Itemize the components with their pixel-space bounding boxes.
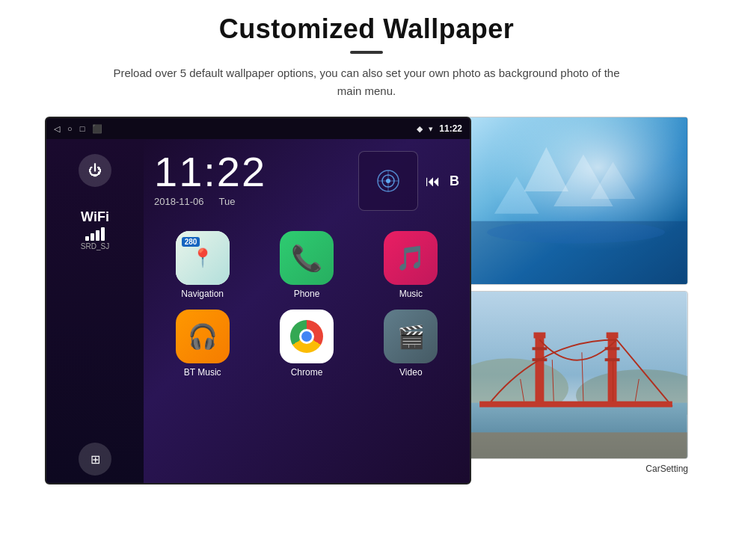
music-label: Music	[399, 289, 423, 299]
wifi-bar-1	[85, 236, 89, 241]
wallpaper-thumb-ice-wrapper	[464, 117, 688, 285]
screenshot-icon[interactable]: ⬛	[92, 124, 102, 134]
app-item-bt-music[interactable]: 🎧 BT Music	[154, 310, 251, 378]
clock-time: 11:22	[154, 151, 266, 193]
android-device: ◁ ○ □ ⬛ ◆ ▾ 11:22 ⏻	[45, 117, 471, 484]
music-icon-wrap: 🎵	[384, 231, 438, 285]
app-item-phone[interactable]: 📞 Phone	[258, 231, 355, 299]
svg-rect-21	[533, 347, 548, 350]
wallpaper-thumbs: CarSetting	[464, 117, 688, 474]
back-nav-icon[interactable]: ◁	[54, 124, 60, 134]
nav-badge: 280	[182, 237, 200, 247]
chrome-icon-wrap	[280, 310, 334, 363]
bridge-svg	[464, 292, 687, 458]
top-row: 11:22 2018-11-06 Tue	[154, 151, 459, 221]
bt-music-label: BT Music	[184, 367, 221, 378]
apps-grid-button[interactable]: ⊞	[79, 443, 111, 476]
wifi-status-icon: ▾	[429, 124, 433, 134]
wallpaper-thumb-ice[interactable]	[464, 117, 688, 285]
status-time: 11:22	[439, 123, 462, 134]
bt-icon: 🎧	[188, 322, 218, 351]
apps-grid-icon: ⊞	[91, 452, 100, 467]
nav-pin-icon: 📍	[191, 247, 214, 268]
power-button[interactable]: ⏻	[79, 154, 111, 187]
clock-date: 2018-11-06 Tue	[154, 196, 235, 207]
device-home: 11:22 2018-11-06 Tue	[144, 139, 470, 483]
wifi-bar-4	[101, 227, 105, 241]
phone-label: Phone	[294, 289, 320, 299]
wifi-bar-3	[96, 230, 99, 241]
app-item-navigation[interactable]: 280 📍 Navigation	[154, 231, 251, 299]
svg-rect-24	[605, 358, 620, 361]
wifi-label: WiFi	[81, 209, 109, 225]
media-widget-icon	[375, 167, 402, 194]
phone-icon: 📞	[291, 243, 322, 273]
nav-map: 280 📍	[176, 231, 230, 285]
wifi-block: WiFi SRD_SJ	[81, 209, 109, 250]
chrome-circle-icon	[290, 320, 323, 353]
navigation-icon-wrap: 280 📍	[176, 231, 230, 285]
device-area: ◁ ○ □ ⬛ ◆ ▾ 11:22 ⏻	[45, 117, 688, 484]
track-label: B	[450, 173, 459, 189]
location-icon: ◆	[417, 124, 423, 134]
app-item-video[interactable]: 🎬 Video	[363, 310, 459, 378]
svg-rect-17	[535, 336, 544, 406]
chrome-label: Chrome	[291, 367, 323, 378]
svg-rect-31	[464, 432, 687, 458]
video-icon: 🎬	[397, 324, 425, 350]
svg-rect-20	[607, 333, 619, 339]
ice-svg	[464, 117, 687, 284]
media-controls: ⏮ B	[426, 173, 459, 190]
video-icon-wrap: 🎬	[384, 310, 438, 363]
bt-icon-wrap: 🎧	[176, 310, 230, 363]
power-icon: ⏻	[88, 163, 102, 179]
status-bar: ◁ ○ □ ⬛ ◆ ▾ 11:22	[46, 118, 470, 139]
prev-track-icon[interactable]: ⏮	[426, 173, 441, 190]
video-label: Video	[399, 367, 422, 378]
wifi-ssid: SRD_SJ	[81, 242, 109, 250]
page-subtitle: Preload over 5 default wallpaper options…	[105, 64, 628, 100]
home-nav-icon[interactable]: ○	[67, 124, 73, 133]
ice-wallpaper-preview	[464, 117, 687, 284]
media-widget-box	[358, 151, 418, 211]
navigation-label: Navigation	[181, 289, 224, 299]
wallpaper-thumb-bridge[interactable]	[464, 291, 688, 459]
music-icon: 🎵	[396, 244, 426, 272]
wifi-bars	[85, 227, 105, 241]
phone-icon-wrap: 📞	[280, 231, 334, 285]
wallpaper-thumb-bridge-wrapper: CarSetting	[464, 291, 688, 474]
chrome-inner	[299, 329, 314, 344]
app-grid: 280 📍 Navigation 📞 Phone	[154, 231, 459, 378]
carsetting-label: CarSetting	[645, 464, 688, 474]
page-container: Customized Wallpaper Preload over 5 defa…	[0, 0, 733, 560]
recents-nav-icon[interactable]: □	[80, 124, 85, 133]
device-main: ⏻ WiFi SRD_SJ ⊞	[46, 139, 470, 483]
device-sidebar: ⏻ WiFi SRD_SJ ⊞	[46, 139, 144, 483]
status-right: ◆ ▾ 11:22	[417, 123, 462, 134]
app-item-chrome[interactable]: Chrome	[258, 310, 355, 378]
svg-point-12	[487, 221, 665, 244]
media-widget-area: ⏮ B	[358, 151, 459, 211]
title-divider	[350, 51, 383, 54]
app-item-music[interactable]: 🎵 Music	[363, 231, 459, 299]
clock-area: 11:22 2018-11-06 Tue	[154, 151, 266, 207]
carsetting-label-area: CarSetting	[464, 461, 688, 474]
clock-day-value: Tue	[219, 196, 236, 207]
clock-date-value: 2018-11-06	[154, 196, 204, 207]
svg-rect-19	[534, 333, 546, 339]
wifi-bar-2	[91, 233, 94, 241]
page-title: Customized Wallpaper	[219, 13, 515, 45]
svg-rect-25	[479, 401, 672, 407]
status-left: ◁ ○ □ ⬛	[54, 124, 102, 134]
